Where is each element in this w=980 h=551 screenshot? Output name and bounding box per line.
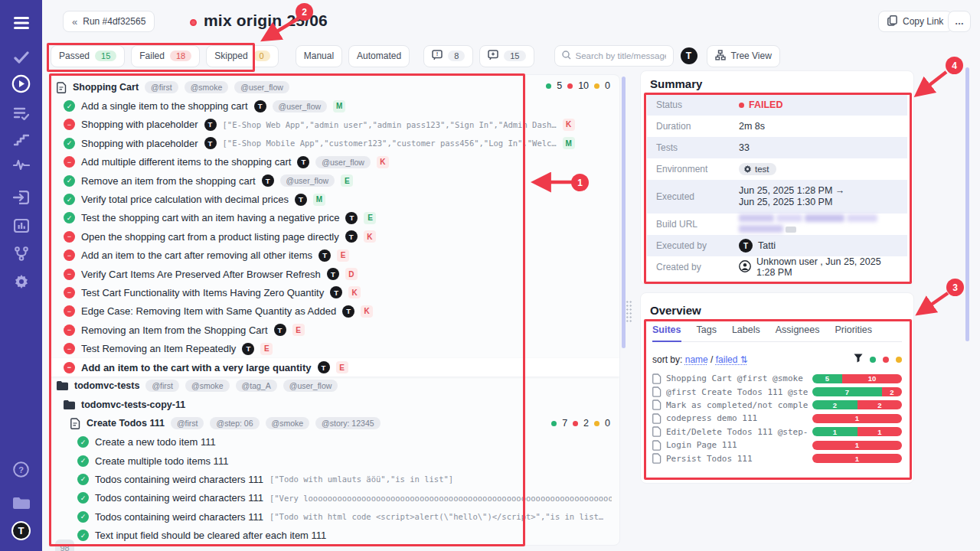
filter-failed[interactable]: Failed 18: [131, 45, 200, 67]
tag-badge[interactable]: @user_flow: [273, 100, 328, 112]
tag-badge[interactable]: @first: [145, 380, 179, 392]
filter-manual[interactable]: Manual: [296, 45, 342, 67]
reports-icon[interactable]: [0, 216, 42, 236]
test-row[interactable]: ✓Remove an item from the shopping cartT@…: [51, 171, 619, 190]
test-row[interactable]: ✓Verify total price calculation with dec…: [51, 190, 619, 208]
tag-badge[interactable]: @first: [145, 81, 178, 93]
test-row[interactable]: −Add multiple different items to the sho…: [51, 153, 619, 171]
copy-link-button[interactable]: Copy Link: [878, 11, 952, 32]
tab-tags[interactable]: Tags: [697, 324, 717, 342]
test-row[interactable]: ✓Create a new todo item 111: [51, 432, 619, 451]
test-row[interactable]: ✓Add a single item to the shopping cartT…: [51, 96, 619, 115]
branch-icon[interactable]: [0, 243, 42, 263]
sort-by-name-link[interactable]: name: [685, 354, 708, 365]
panel-resize-handle[interactable]: [626, 300, 632, 323]
filter-skipped-dot[interactable]: [896, 357, 902, 363]
filter-automated[interactable]: Automated: [348, 45, 410, 67]
test-row[interactable]: −Edge Case: Removing Item with Same Quan…: [51, 302, 619, 321]
filter-passed[interactable]: Passed 15: [51, 45, 125, 67]
suite-name[interactable]: Edit/Delete Todos 111 @step-…: [666, 427, 808, 437]
run-back-button[interactable]: « Run #4df32565: [63, 11, 155, 32]
sort-by-failed-link[interactable]: failed ⇅: [716, 354, 748, 365]
testomat-filter-logo[interactable]: T: [681, 47, 697, 64]
overview-suite-row[interactable]: Shopping Cart @first @smoke …510: [652, 372, 902, 385]
import-icon[interactable]: [0, 187, 42, 207]
tag-badge[interactable]: @story: 12345: [315, 417, 380, 429]
projects-folder-icon[interactable]: [0, 492, 42, 512]
test-row[interactable]: −Test Removing an Item RepeatedlyTE: [51, 339, 619, 357]
test-row[interactable]: −Verify Cart Items Are Preserved After B…: [51, 265, 619, 283]
tag-badge[interactable]: @step: 06: [210, 417, 259, 429]
tag-badge[interactable]: @user_flow: [280, 174, 335, 187]
tag-badge[interactable]: @tag_A: [236, 380, 277, 392]
skipped-label: Skipped: [214, 51, 247, 61]
test-row[interactable]: ✓Todos containing weird characters 111["…: [51, 470, 619, 488]
summary-value: TTatti: [739, 239, 776, 253]
filter-failed-dot[interactable]: [883, 357, 889, 363]
folder-row[interactable]: todomvc-tests-copy-11: [51, 396, 619, 414]
overview-suite-row[interactable]: codepress demo 1111: [652, 412, 902, 425]
tag-badge[interactable]: @smoke: [185, 380, 230, 392]
test-row[interactable]: −Open the shopping cart from a product l…: [51, 227, 619, 246]
suite-name[interactable]: Mark as completed/not comple…: [666, 400, 808, 410]
tab-labels[interactable]: Labels: [732, 324, 760, 342]
test-row[interactable]: −Add an item to the cart after removing …: [51, 246, 619, 265]
tree-view-button[interactable]: Tree View: [707, 45, 780, 67]
tag-badge[interactable]: @user_flow: [283, 380, 338, 392]
overview-suite-row[interactable]: Mark as completed/not comple…22: [652, 399, 902, 412]
pulse-icon[interactable]: [0, 155, 42, 174]
tab-suites[interactable]: Suites: [652, 324, 681, 342]
funnel-filter-icon[interactable]: [854, 354, 863, 365]
test-row[interactable]: ✓Create multiple todo items 111: [51, 452, 619, 470]
overview-suite-row[interactable]: Persist Todos 1111: [652, 452, 902, 465]
tag-badge[interactable]: @smoke: [266, 417, 310, 429]
check-icon[interactable]: [0, 47, 42, 67]
test-row[interactable]: ✓Todos containing weird characters 111["…: [51, 507, 619, 526]
environment-name: test: [755, 165, 769, 174]
menu-icon[interactable]: [0, 13, 42, 33]
filter-passed-dot[interactable]: [870, 357, 876, 363]
test-row[interactable]: −Add an item to the cart with a very lar…: [51, 358, 619, 377]
test-row[interactable]: −Shopping with placeholderT["E-Shop Web …: [51, 116, 619, 134]
search-input[interactable]: [576, 51, 666, 60]
list-check-icon[interactable]: [0, 103, 42, 123]
test-row[interactable]: ✓Todos containing weird characters 111["…: [51, 489, 619, 507]
tag-badge[interactable]: @user_flow: [234, 81, 289, 93]
suite-file-icon: [652, 413, 662, 424]
suite-name[interactable]: Shopping Cart @first @smoke …: [666, 373, 808, 383]
environment-badge[interactable]: test: [739, 163, 776, 175]
test-row[interactable]: −Test Cart Functionality with Items Havi…: [51, 283, 619, 302]
test-row[interactable]: ✓Text input field should be cleared afte…: [51, 526, 619, 544]
test-row[interactable]: −Removing an Item from the Shopping Cart…: [51, 321, 619, 339]
comments-filter-button[interactable]: ! 8: [423, 45, 473, 67]
suite-name[interactable]: @first Create Todos 111 @ste…: [666, 387, 808, 397]
tab-priorities[interactable]: Priorities: [835, 324, 872, 342]
page-scrollbar[interactable]: [965, 67, 969, 341]
help-icon[interactable]: ?: [0, 459, 42, 479]
overview-suite-row[interactable]: Login Page 1111: [652, 439, 902, 452]
tag-badge[interactable]: @user_flow: [315, 156, 371, 168]
tab-assignees[interactable]: Assignees: [776, 324, 820, 342]
suite-row[interactable]: Create Todos 111@first@step: 06@smoke@st…: [51, 414, 619, 432]
filter-skipped[interactable]: Skipped 0: [206, 45, 279, 67]
steps-icon[interactable]: [0, 130, 42, 150]
tag-badge[interactable]: @smoke: [185, 81, 229, 93]
suite-name[interactable]: codepress demo 111: [666, 413, 808, 423]
test-title: Verify Cart Items Are Preserved After Br…: [81, 269, 321, 280]
folder-row[interactable]: todomvc-tests@first@smoke@tag_A@user_flo…: [51, 377, 619, 395]
overview-suite-row[interactable]: @first Create Todos 111 @ste…72: [652, 385, 902, 398]
test-row[interactable]: ✓Test the shopping cart with an item hav…: [51, 209, 619, 227]
test-title: Text input field should be cleared after…: [95, 530, 326, 541]
suite-name[interactable]: Persist Todos 111: [666, 454, 808, 464]
test-row[interactable]: ✓Shopping with placeholderT["E-Shop Mobi…: [51, 134, 619, 152]
play-run-icon[interactable]: [0, 73, 42, 93]
suite-row[interactable]: Shopping Cart@first@smoke@user_flow: [51, 78, 619, 96]
gear-icon[interactable]: [0, 272, 42, 292]
suite-name[interactable]: Login Page 111: [666, 440, 808, 450]
testomat-logo[interactable]: T: [0, 520, 42, 540]
tag-badge[interactable]: @first: [171, 417, 204, 429]
checklist-filter-button[interactable]: 15: [479, 45, 534, 67]
more-options-button[interactable]: …: [948, 11, 971, 32]
overview-suite-row[interactable]: Edit/Delete Todos 111 @step-…11: [652, 425, 902, 439]
search-box[interactable]: [554, 45, 674, 67]
